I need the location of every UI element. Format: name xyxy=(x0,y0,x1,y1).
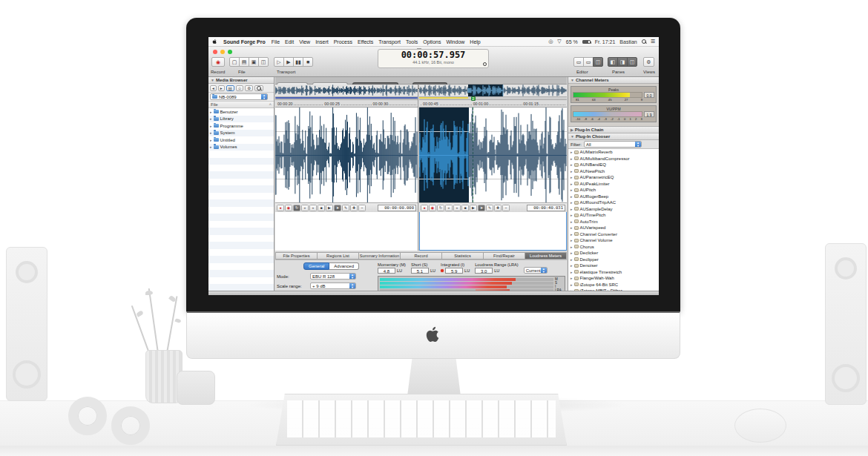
disclosure-triangle-icon[interactable]: ▸ xyxy=(571,245,573,249)
pane-layout-2-button[interactable]: ◨ xyxy=(617,57,628,67)
disclosure-triangle-icon[interactable]: ▸ xyxy=(571,182,573,186)
actions-button[interactable]: ⚙ xyxy=(245,85,253,91)
menubar-clock[interactable]: Fr. 17:21 xyxy=(595,39,616,44)
disclosure-triangle-icon[interactable]: ▸ xyxy=(571,257,573,262)
disclosure-triangle-icon[interactable]: ▸ xyxy=(210,116,212,121)
disclosure-triangle-icon[interactable]: ▸ xyxy=(210,138,212,142)
play-all-button[interactable]: ▷ xyxy=(274,57,284,67)
plugin-row[interactable]: ▸ Channel Volume xyxy=(568,237,659,244)
plugin-row[interactable]: ▸ Declipper xyxy=(568,257,659,263)
stop-button[interactable]: ■ xyxy=(318,205,325,211)
stop-button[interactable]: ■ xyxy=(303,57,313,67)
plugin-row[interactable]: ▸ AUParametricEQ xyxy=(568,174,659,181)
record-button[interactable]: ◉ xyxy=(211,57,225,67)
menu-item[interactable]: Process xyxy=(334,39,352,44)
disclosure-triangle-icon[interactable]: ▸ xyxy=(571,169,573,174)
export-file-button[interactable]: ◫ xyxy=(258,57,269,67)
disclosure-triangle-icon[interactable]: ▸ xyxy=(571,175,573,179)
folder-row[interactable]: ▸ Programme xyxy=(208,122,274,130)
status-icon-record[interactable]: ◎ xyxy=(548,39,553,44)
overview-strip[interactable] xyxy=(275,85,418,97)
plugin-chain-header[interactable]: ▶Plug-In Chain xyxy=(568,127,659,133)
app-name[interactable]: Sound Forge Pro xyxy=(223,39,266,44)
menu-item[interactable]: Help xyxy=(470,39,480,44)
tab-file-properties[interactable]: File Properties xyxy=(275,252,318,260)
tab-statistics[interactable]: Statistics xyxy=(442,252,484,260)
folder-row[interactable]: ▸ Library xyxy=(208,116,274,123)
search-button[interactable] xyxy=(254,85,263,91)
disclosure-triangle-icon[interactable]: ▸ xyxy=(571,282,573,287)
media-browser-header[interactable]: ▼ Media Browser xyxy=(208,77,274,84)
plugin-chooser-header[interactable]: ▼Plug-In Chooser xyxy=(568,133,659,140)
plugin-row[interactable]: ▸ AUTimePitch xyxy=(568,212,659,219)
menu-item[interactable]: Options xyxy=(423,39,441,44)
go-to-start-button[interactable]: « xyxy=(301,205,309,211)
record-button[interactable]: ● xyxy=(277,205,284,211)
go-to-end-button[interactable]: » xyxy=(453,205,461,211)
plugin-row[interactable]: ▸ iZotope 64-Bit SRC xyxy=(568,282,659,288)
record-arm-button[interactable]: ◉ xyxy=(429,205,436,211)
plugin-row[interactable]: ▸ Channel Converter xyxy=(568,231,659,238)
stop-button[interactable]: ■ xyxy=(461,205,469,211)
plugin-row[interactable]: ▸ AUMatrixReverb xyxy=(568,149,659,156)
go-to-end-button[interactable]: » xyxy=(309,205,317,211)
loop-button[interactable]: ↻ xyxy=(293,205,300,211)
status-icon-airplay[interactable]: ▽ xyxy=(557,39,561,44)
tab-loudness-meters[interactable]: Loudness Meters xyxy=(525,252,567,260)
disclosure-triangle-icon[interactable]: ▸ xyxy=(571,150,573,154)
plugin-row[interactable]: ▸ AUPitch xyxy=(568,187,659,194)
menu-item[interactable]: Transport xyxy=(378,39,401,44)
disclosure-triangle-icon[interactable]: ▸ xyxy=(571,276,573,280)
disclosure-triangle-icon[interactable]: ▸ xyxy=(571,200,573,205)
plugin-row[interactable]: ▸ AUPeakLimiter xyxy=(568,181,659,188)
pencil-tool-button[interactable]: ✎ xyxy=(342,205,349,211)
editor-view-1-button[interactable]: ▭ xyxy=(573,57,584,67)
open-file-button[interactable]: ▤ xyxy=(239,57,249,67)
editor-view-2-button[interactable]: ▭ xyxy=(583,57,594,67)
disclosure-triangle-icon[interactable]: ▸ xyxy=(571,219,573,224)
disclosure-triangle-icon[interactable]: ▸ xyxy=(571,207,573,211)
plugin-row[interactable]: ▸ élastique Timestretch xyxy=(568,269,659,276)
plugin-row[interactable]: ▸ AURoundTripAAC xyxy=(568,199,659,206)
notification-center-icon[interactable]: ☰ xyxy=(651,39,655,44)
disclosure-triangle-icon[interactable]: ▸ xyxy=(210,124,212,128)
editor-view-3-button[interactable]: ◫ xyxy=(593,57,603,67)
plugin-row[interactable]: ▸ AUMultibandCompressor xyxy=(568,156,659,162)
disclosure-triangle-icon[interactable]: ▸ xyxy=(571,251,573,255)
views-gear-button[interactable]: ⚙ xyxy=(643,57,654,67)
disclosure-triangle-icon[interactable]: ▸ xyxy=(571,213,573,217)
disclosure-triangle-icon[interactable]: ▸ xyxy=(571,270,573,274)
plugin-row[interactable]: ▸ Denoiser xyxy=(568,262,659,269)
disclosure-triangle-icon[interactable]: ▸ xyxy=(210,110,212,114)
waveform-editor[interactable] xyxy=(275,108,418,202)
folder-row[interactable]: ▸ Benutzer xyxy=(208,108,274,116)
save-file-button[interactable]: ▣ xyxy=(249,57,259,67)
go-to-start-button[interactable]: « xyxy=(445,205,453,211)
loop-button[interactable]: ↻ xyxy=(437,205,444,211)
folder-row[interactable]: ▸ Volumes xyxy=(208,144,274,151)
folder-row[interactable]: ▸ Untitled xyxy=(208,136,274,144)
disclosure-triangle-icon[interactable]: ▸ xyxy=(571,156,573,161)
mode-select[interactable]: EBU R 128 ▲▼ xyxy=(310,273,356,280)
scale-range-select[interactable]: + 9 dB ▲▼ xyxy=(310,282,356,289)
current-select[interactable]: Current▲▼ xyxy=(524,267,548,274)
time-ruler[interactable]: 00:00:45 00:01:00 00:01:15 xyxy=(419,100,567,108)
disclosure-triangle-icon[interactable]: ▸ xyxy=(571,225,573,230)
edit-tool-button[interactable]: ➤ xyxy=(334,205,341,211)
folder-row[interactable]: ▸ System xyxy=(208,130,274,137)
menu-item[interactable]: View xyxy=(299,39,310,44)
plugin-row[interactable]: ▸ AutoTrim xyxy=(568,219,659,225)
volume-select[interactable]: NB-0089 ▲▼ xyxy=(210,93,268,100)
advanced-button[interactable]: Advanced xyxy=(329,262,359,270)
envelope-tool-button[interactable]: ~ xyxy=(502,205,510,211)
favorites-button[interactable]: ✩ xyxy=(236,85,244,91)
tab-summary-information[interactable]: Summary Information xyxy=(359,252,401,260)
menu-item[interactable]: Effects xyxy=(358,39,373,44)
disclosure-triangle-icon[interactable]: ▸ xyxy=(571,162,573,167)
plugin-row[interactable]: ▸ Chorus xyxy=(568,244,659,251)
apple-menu-icon[interactable] xyxy=(212,39,217,44)
record-button[interactable]: ● xyxy=(421,205,428,211)
disclosure-triangle-icon[interactable]: ▸ xyxy=(571,263,573,268)
pause-button[interactable]: ▮▮ xyxy=(293,57,303,67)
channel-meters-header[interactable]: ▼Channel Meters xyxy=(568,77,659,84)
